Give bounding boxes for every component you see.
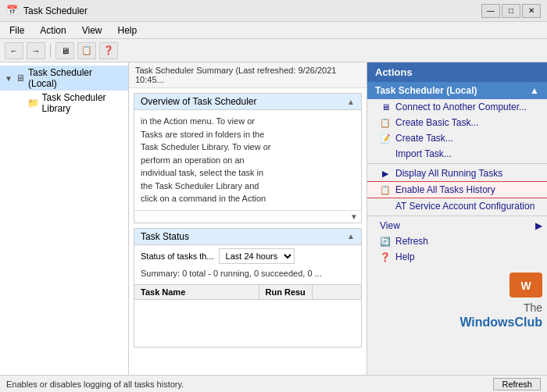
divider-2 [367, 216, 547, 216]
action-help-label: Help [395, 251, 415, 262]
actions-header: Actions [367, 62, 547, 82]
status-box: Task Status ▲ Status of tasks th... Last… [134, 228, 362, 347]
history-icon: 📋 [380, 184, 391, 195]
action-create-basic-label: Create Basic Task... [395, 117, 479, 128]
action-create-basic[interactable]: 📋 Create Basic Task... [367, 115, 547, 130]
create-basic-icon: 📋 [380, 117, 391, 128]
action-import-label: Import Task... [395, 148, 452, 159]
action-help[interactable]: ❓ Help [367, 249, 547, 265]
status-row: Status of tasks th... Last 24 hours Last… [134, 245, 361, 267]
title-bar-left: 📅 Task Scheduler [6, 5, 88, 17]
bottom-refresh-button[interactable]: Refresh [493, 378, 541, 390]
app-title: Task Scheduler [23, 5, 88, 16]
status-label: Status of tasks th... [141, 251, 214, 261]
col-task-name: Task Name [134, 285, 259, 299]
panel-title-bar: Task Scheduler Summary (Last refreshed: … [129, 62, 366, 88]
divider-1 [367, 163, 547, 164]
help-icon: ❓ [380, 251, 391, 262]
overview-box: Overview of Task Scheduler ▲ in the Acti… [134, 93, 362, 223]
toolbar-monitor[interactable]: 🖥 [55, 42, 74, 59]
status-bar: Enables or disables logging of all tasks… [0, 375, 547, 392]
left-panel: ▼ 🖥 Task Scheduler (Local) 📁 Task Schedu… [0, 62, 129, 375]
action-at-service-label: AT Service Account Configuration [395, 201, 534, 212]
action-create-label: Create Task... [395, 133, 453, 144]
menu-view[interactable]: View [77, 23, 107, 37]
action-refresh-label: Refresh [395, 236, 428, 247]
action-import[interactable]: Import Task... [367, 146, 547, 162]
create-icon: 📝 [380, 133, 391, 144]
toolbar-task[interactable]: 📋 [77, 42, 96, 59]
menu-action[interactable]: Action [35, 23, 70, 37]
action-view-label: View [380, 220, 400, 231]
watermark-text: The WindowsClub [459, 301, 542, 331]
status-title: Task Status [141, 231, 189, 242]
folder-icon: 📁 [27, 98, 39, 109]
section-collapse-icon[interactable]: ▲ [530, 85, 539, 96]
actions-section-header: Task Scheduler (Local) ▲ [367, 82, 547, 99]
tree-label-local: Task Scheduler (Local) [28, 67, 123, 89]
panel-header-text: Task Scheduler Summary (Last refreshed: … [135, 66, 336, 84]
action-enable-history-label: Enable All Tasks History [395, 184, 495, 195]
status-scroll-up[interactable]: ▲ [347, 232, 355, 241]
refresh-icon: 🔄 [380, 236, 391, 247]
computer-icon: 🖥 [16, 73, 25, 84]
toolbar-forward[interactable]: → [27, 42, 45, 59]
task-table-header: Task Name Run Resu [134, 284, 361, 300]
overview-scroll-down[interactable]: ▼ [350, 212, 358, 221]
toolbar-back[interactable]: ← [5, 42, 23, 59]
action-connect[interactable]: 🖥 Connect to Another Computer... [367, 99, 547, 115]
title-bar-controls: — □ ✕ [481, 4, 541, 18]
tree-item-local[interactable]: ▼ 🖥 Task Scheduler (Local) [0, 66, 128, 91]
close-button[interactable]: ✕ [522, 4, 541, 18]
status-bar-text: Enables or disables logging of all tasks… [6, 380, 184, 389]
connect-icon: 🖥 [380, 102, 391, 112]
section-title: Task Scheduler (Local) [375, 85, 477, 96]
menu-help[interactable]: Help [113, 23, 142, 37]
app-icon: 📅 [6, 5, 19, 17]
overview-text: in the Action menu. To view or Tasks are… [141, 116, 271, 203]
tree-label-library: Task Scheduler Library [42, 92, 123, 114]
overview-header: Overview of Task Scheduler ▲ [134, 94, 361, 110]
action-display-running[interactable]: ▶ Display All Running Tasks [367, 166, 547, 181]
watermark-area: W The WindowsClub [367, 273, 547, 366]
watermark-brand: WindowsClub [459, 315, 542, 331]
import-icon [380, 148, 391, 159]
toolbar-help[interactable]: ❓ [99, 42, 118, 59]
summary-row: Summary: 0 total - 0 running, 0 succeede… [134, 267, 361, 280]
toolbar-separator [50, 44, 51, 58]
main-container: ▼ 🖥 Task Scheduler (Local) 📁 Task Schedu… [0, 62, 547, 375]
action-display-running-label: Display All Running Tasks [395, 168, 502, 179]
tree-item-library[interactable]: 📁 Task Scheduler Library [0, 91, 128, 116]
view-arrow-icon: ▶ [535, 220, 542, 231]
action-view[interactable]: View ▶ [367, 218, 547, 233]
col-run-result: Run Resu [259, 285, 313, 299]
watermark-logo-box: W [509, 273, 542, 300]
center-panel: Task Scheduler Summary (Last refreshed: … [129, 62, 367, 375]
summary-text: Summary: 0 total - 0 running, 0 succeede… [141, 269, 322, 278]
right-panel: Actions Task Scheduler (Local) ▲ 🖥 Conne… [367, 62, 547, 375]
logo-svg: W [509, 273, 542, 298]
running-icon: ▶ [380, 168, 391, 179]
overview-title: Overview of Task Scheduler [141, 96, 257, 107]
minimize-button[interactable]: — [481, 4, 500, 18]
maximize-button[interactable]: □ [502, 4, 520, 18]
watermark-the: The [459, 301, 542, 315]
action-enable-history[interactable]: 📋 Enable All Tasks History [367, 181, 547, 198]
action-at-service[interactable]: AT Service Account Configuration [367, 198, 547, 214]
at-service-icon [380, 201, 391, 212]
overview-scroll-up[interactable]: ▲ [347, 98, 355, 106]
action-create[interactable]: 📝 Create Task... [367, 130, 547, 146]
svg-text:W: W [520, 280, 531, 292]
action-connect-label: Connect to Another Computer... [395, 102, 527, 112]
task-table-body [134, 300, 361, 347]
status-dropdown[interactable]: Last 24 hours Last 7 days Last 30 days [219, 248, 295, 264]
menu-file[interactable]: File [5, 23, 29, 37]
menu-bar: File Action View Help [0, 22, 547, 39]
toolbar: ← → 🖥 📋 ❓ [0, 39, 547, 62]
action-refresh[interactable]: 🔄 Refresh [367, 233, 547, 249]
title-bar: 📅 Task Scheduler — □ ✕ [0, 0, 547, 22]
overview-content: in the Action menu. To view or Tasks are… [134, 110, 361, 210]
status-header: Task Status ▲ [134, 229, 361, 245]
actions-title: Actions [375, 66, 413, 78]
tree-expand-icon: ▼ [5, 74, 13, 83]
